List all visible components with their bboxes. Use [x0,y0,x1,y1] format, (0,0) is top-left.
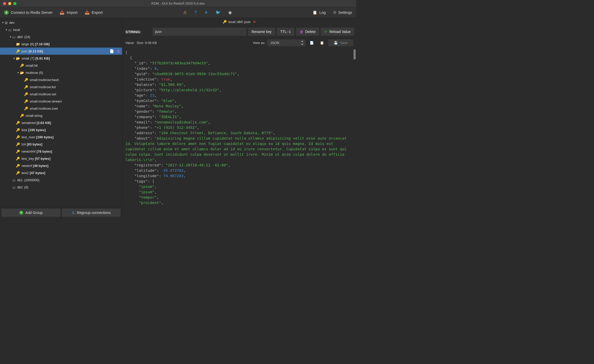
tree-key-serialized[interactable]: 🔑serialized[2.63 KB] [0,119,122,126]
key-icon: 🔑 [16,171,20,175]
export-button[interactable]: 📤 Export [85,10,103,15]
tree-size: [8.13 KB] [29,49,43,53]
connect-server-button[interactable]: + Connect to Redis Server [4,10,52,15]
tree-key-testnum[interactable]: 🔑test_num[180 bytes] [0,133,122,141]
console-icon[interactable]: 📄 [110,49,114,53]
tree-key-small-string[interactable]: 🔑small:string [0,112,122,119]
regroup-button[interactable]: ⇅ Regroup connections [62,209,121,217]
tree-label: db0 [17,35,23,39]
key-name-input[interactable] [153,28,246,36]
key-icon: 🔑 [16,135,20,139]
import-button[interactable]: 📥 Import [60,10,78,15]
scrollbar-thumb[interactable] [353,49,356,60]
delete-icon[interactable]: 🗑 [116,49,120,53]
tree-server-local[interactable]: 🖴 local [0,26,122,33]
tree-label: db2 [17,185,23,189]
tree-label: dev [9,21,15,25]
save-icon: 💾 [334,41,338,45]
tree-key-json[interactable]: 🔑 json [8.13 KB] 📄 🗑 [0,48,122,55]
add-group-button[interactable]: + Add Group [2,209,60,217]
tree-db2[interactable]: 🖴db2(0) [0,184,122,191]
tree-folder-large[interactable]: 📁 large (8) [7.16 GB] [0,40,122,48]
regroup-label: Regroup connections [77,211,111,215]
tree-db0[interactable]: 🖴 db0 (24) [0,33,122,40]
rename-key-button[interactable]: Rename key [248,28,275,36]
tree-size: [57 bytes] [35,157,50,161]
window-maximize-icon[interactable] [13,2,16,5]
tree-label: json [21,49,28,53]
key-icon: 🔑 [16,157,20,161]
export-icon: 📤 [85,10,90,15]
tree-key-newlz4[interactable]: 🔑newlz4[48 bytes] [0,162,122,169]
tree-key-small-hll[interactable]: 🔑 small:hll [0,62,122,69]
json-viewer[interactable]: [ { "_id": "5f7b26973c483ea3479d4e53", "… [122,48,356,218]
content-panel: 🔑 local::db0::json ✕ STRING: Rename key … [122,18,356,218]
tree-key-mr-stream[interactable]: 🔑small:multirow:stream [0,98,122,105]
tree-key-test2[interactable]: 🔑test2[47 bytes] [0,169,122,176]
key-icon: 🔑 [223,20,227,24]
tree-folder-multirow[interactable]: 📂 multirow (5) [0,69,122,76]
reload-icon: ⟳ [324,30,327,34]
help-icon[interactable]: ? [195,10,197,15]
tree-size: [5.91 KB] [35,56,50,60]
tree-key-mr-zset[interactable]: 🔑small:multirow:zset [0,105,122,112]
tree-count: (7) [30,56,34,60]
tree-label: lkist [21,128,27,132]
key-icon: 🔑 [24,78,28,82]
warning-icon[interactable]: ⚠ [183,10,187,15]
settings-button[interactable]: ⚙ Settings [333,10,352,15]
tree-size: [47 bytes] [30,171,45,175]
format-value: JSON [270,41,279,45]
reload-label: Reload Value [329,30,351,34]
window-minimize-icon[interactable] [8,2,11,5]
save-button[interactable]: 💾Save [328,39,353,46]
clipboard-icon: 📋 [312,10,317,15]
tree-label: serialized [21,121,36,125]
log-button[interactable]: 📋 Log [312,10,326,15]
sort-icon: ⇅ [72,211,75,215]
database-icon: 🖴 [12,178,16,182]
key-icon: 🔑 [24,107,28,110]
format-select[interactable]: JSON [267,39,306,46]
tree-key-lkist[interactable]: 🔑lkist[195 bytes] [0,126,122,133]
server-icon: 🖴 [8,28,12,32]
close-tab-icon[interactable]: ✕ [253,20,256,24]
copy-icon[interactable]: 📄 [308,39,316,46]
tree-size: [195 bytes] [28,128,46,132]
tree-label: small:hll [26,64,38,67]
tree-count: (0) [24,185,28,189]
tree-key-mr-hash[interactable]: 🔑small:multirow:hash [0,76,122,83]
plus-icon: + [4,10,9,15]
trash-icon: 🗑 [300,30,303,34]
key-icon: 🔑 [16,142,20,146]
twitter-icon[interactable]: 🐦 [215,10,221,15]
window-close-icon[interactable] [3,2,6,5]
tree-key-lz4[interactable]: 🔑lz4[83 bytes] [0,141,122,148]
import-icon: 📥 [60,10,64,15]
ttl-button[interactable]: TTL:-1 [277,28,294,36]
tree-label: small:multirow:stream [30,99,62,103]
folder-open-icon: 📂 [16,56,20,60]
tree-db1[interactable]: 🖴db1(1000000) [0,176,122,184]
tree-label: db1 [17,178,23,182]
github-icon[interactable]: ◉ [228,10,232,15]
tree-label: small:multirow:hash [30,78,59,82]
tree-label: newlz4 [21,164,32,168]
delete-key-button[interactable]: 🗑Delete [296,28,319,36]
tab-label[interactable]: local::db0::json [228,20,251,24]
key-icon: 🔑 [16,164,20,168]
tree-key-newlz444[interactable]: 🔑newlz444[78 bytes] [0,148,122,155]
tree-count: (24) [24,35,30,39]
reload-value-button[interactable]: ⟳Reload Value [321,28,354,36]
telegram-icon[interactable]: ✈ [204,10,208,15]
tree-key-mr-set[interactable]: 🔑small:multirow:set [0,90,122,98]
paste-icon[interactable]: 📋 [318,39,326,46]
tree-label: test_key [21,157,34,161]
key-icon: 🔑 [16,128,20,132]
tree-label: small:multirow:set [30,92,56,96]
tree-folder-small[interactable]: 📂 small (7) [5.91 KB] [0,55,122,62]
connection-tree[interactable]: ▦ dev 🖴 local 🖴 db0 (24) 📁 large (8) [7.… [0,18,122,207]
tree-root-dev[interactable]: ▦ dev [0,19,122,26]
tree-key-mr-list[interactable]: 🔑small:multirow:list [0,83,122,90]
tree-key-testkey[interactable]: 🔑test_key[57 bytes] [0,155,122,162]
